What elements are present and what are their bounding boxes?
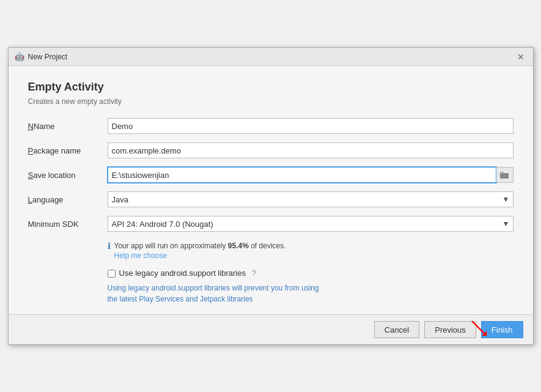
location-field (108, 167, 513, 183)
svg-rect-0 (500, 173, 509, 179)
folder-icon (500, 171, 509, 179)
previous-button[interactable]: Previous (424, 321, 476, 338)
language-label: Language (28, 195, 108, 204)
language-field: Java Kotlin ▼ (108, 191, 513, 207)
footer: Cancel Previous Finish (9, 314, 533, 344)
sdk-field: API 24: Android 7.0 (Nougat) API 21: And… (108, 216, 513, 232)
package-input[interactable] (108, 142, 513, 158)
location-input[interactable] (108, 167, 496, 183)
location-input-group (108, 167, 513, 183)
info-text-after: of devices. (249, 242, 286, 250)
info-text-before: Your app will run on approximately (114, 242, 228, 250)
browse-button[interactable] (496, 167, 513, 183)
info-box: ℹ Your app will run on approximately 95.… (108, 240, 513, 260)
legacy-checkbox-row: Use legacy android.support libraries ? (108, 268, 513, 278)
language-select-wrapper: Java Kotlin ▼ (108, 191, 513, 207)
app-icon: 🤖 (15, 52, 24, 62)
page-title: Empty Activity (28, 81, 513, 94)
info-content: Your app will run on approximately 95.4%… (114, 240, 286, 260)
content-area: Empty Activity Creates a new empty activ… (9, 66, 533, 314)
title-bar-left: 🤖 New Project (15, 52, 68, 62)
sdk-select-wrapper: API 24: Android 7.0 (Nougat) API 21: And… (108, 216, 513, 232)
sdk-label: Minimum SDK (28, 220, 108, 229)
location-row: Save location (28, 167, 513, 183)
legacy-checkbox-label: Use legacy android.support libraries (119, 268, 246, 278)
package-field (108, 142, 513, 158)
name-input[interactable] (108, 118, 513, 134)
svg-rect-1 (500, 172, 504, 174)
language-row: Language Java Kotlin ▼ (28, 191, 513, 207)
info-icon: ℹ (108, 241, 111, 251)
info-text: Your app will run on approximately 95.4%… (114, 240, 286, 251)
name-field (108, 118, 513, 134)
name-row: NName (28, 118, 513, 134)
sdk-row: Minimum SDK API 24: Android 7.0 (Nougat)… (28, 216, 513, 232)
cancel-button[interactable]: Cancel (374, 321, 419, 338)
info-percentage: 95.4% (228, 242, 249, 250)
window-title: New Project (28, 53, 68, 61)
package-label: Package name (28, 146, 108, 155)
page-subtitle: Creates a new empty activity (28, 97, 513, 106)
language-select[interactable]: Java Kotlin (108, 191, 513, 207)
question-icon: ? (252, 268, 256, 278)
finish-button[interactable]: Finish (481, 321, 523, 338)
location-label: Save location (28, 171, 108, 180)
package-row: Package name (28, 142, 513, 158)
legacy-warning-text: Using legacy android.support libraries w… (108, 283, 513, 305)
help-link[interactable]: Help me choose (114, 251, 286, 260)
title-bar: 🤖 New Project ✕ (9, 48, 533, 66)
name-label: NName (28, 122, 108, 131)
legacy-checkbox[interactable] (108, 270, 116, 278)
sdk-select[interactable]: API 24: Android 7.0 (Nougat) API 21: And… (108, 216, 513, 232)
main-window: 🤖 New Project ✕ Empty Activity Creates a… (8, 47, 534, 345)
close-button[interactable]: ✕ (515, 51, 527, 62)
